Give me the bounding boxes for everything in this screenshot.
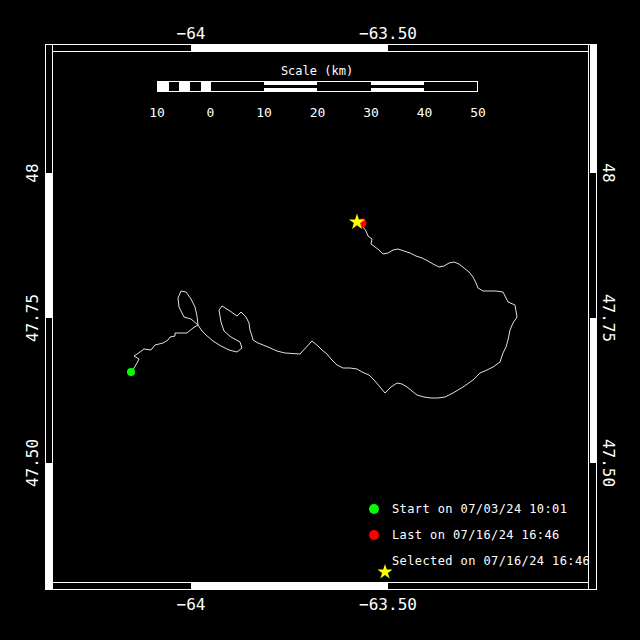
scale-bar-block [201, 82, 212, 91]
scale-bar-tick-label: 0 [207, 105, 215, 120]
map-plot: −64−63.50−64−63.504847.7547.504847.7547.… [0, 0, 640, 640]
frame-band-fill [590, 45, 596, 173]
track-canvas [0, 0, 640, 640]
frame-band-fill [191, 583, 388, 589]
frame-band-fill [590, 318, 596, 463]
track-path [131, 222, 517, 398]
scale-bar-tick-label: 50 [470, 105, 486, 120]
scale-bar-tick-label: 20 [310, 105, 326, 120]
legend-label: Start on 07/03/24 10:01 [392, 502, 567, 516]
scale-bar-block [158, 82, 169, 91]
frame-band-fill [46, 463, 52, 589]
frame-band-fill [191, 45, 388, 51]
scale-bar-title: Scale (km) [281, 64, 353, 78]
axis-tick-label-left: 47.50 [23, 439, 42, 487]
legend-label: Last on 07/16/24 16:46 [392, 528, 560, 542]
axis-tick-label-right: 47.50 [599, 439, 618, 487]
scale-bar-tick-label: 30 [363, 105, 379, 120]
axis-tick-label-bottom: −63.50 [359, 595, 417, 614]
legend-dot-icon [369, 530, 379, 540]
scale-bar-bar [157, 81, 478, 92]
axis-tick-label-right: 48 [599, 163, 618, 182]
start-marker [127, 368, 135, 376]
scale-bar-block [179, 82, 190, 91]
scale-bar-tick-label: 40 [417, 105, 433, 120]
axis-tick-label-top: −63.50 [359, 24, 417, 43]
axis-tick-label-left: 48 [23, 163, 42, 182]
frame-band-fill [46, 173, 52, 318]
scale-bar-block [371, 82, 424, 91]
axis-tick-label-bottom: −64 [177, 595, 206, 614]
axis-tick-label-left: 47.75 [23, 294, 42, 342]
legend-dot-icon [369, 504, 379, 514]
scale-bar-tick-label: 10 [149, 105, 165, 120]
axis-tick-label-right: 47.75 [599, 294, 618, 342]
legend-label: Selected on 07/16/24 16:46 [392, 554, 590, 568]
scale-bar-block [264, 82, 317, 91]
axis-tick-label-top: −64 [177, 24, 206, 43]
scale-bar-tick-label: 10 [256, 105, 272, 120]
